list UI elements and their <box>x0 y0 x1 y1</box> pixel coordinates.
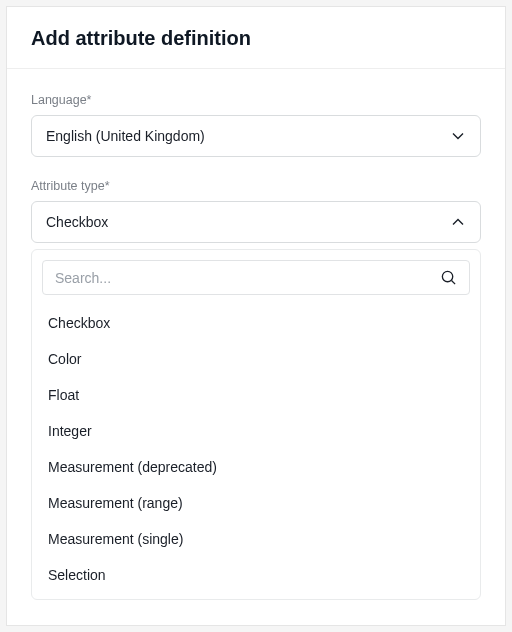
svg-line-1 <box>452 281 456 285</box>
attribute-type-dropdown: Checkbox Color Float Integer Measurement… <box>31 249 481 600</box>
search-wrap <box>42 260 470 295</box>
attribute-type-label: Attribute type* <box>31 179 481 193</box>
option-checkbox[interactable]: Checkbox <box>42 305 470 341</box>
option-selection[interactable]: Selection <box>42 557 470 593</box>
option-float[interactable]: Float <box>42 377 470 413</box>
language-select[interactable]: English (United Kingdom) <box>31 115 481 157</box>
search-icon <box>440 269 457 286</box>
chevron-down-icon <box>450 128 466 144</box>
attribute-type-select[interactable]: Checkbox <box>31 201 481 243</box>
option-color[interactable]: Color <box>42 341 470 377</box>
panel-header: Add attribute definition <box>7 7 505 69</box>
language-label: Language* <box>31 93 481 107</box>
attribute-type-value: Checkbox <box>46 214 108 230</box>
search-input[interactable] <box>55 270 440 286</box>
chevron-up-icon <box>450 214 466 230</box>
attribute-type-field: Attribute type* Checkbox Checkbox Color … <box>31 179 481 600</box>
option-measurement-single[interactable]: Measurement (single) <box>42 521 470 557</box>
option-measurement-deprecated[interactable]: Measurement (deprecated) <box>42 449 470 485</box>
language-value: English (United Kingdom) <box>46 128 205 144</box>
language-field: Language* English (United Kingdom) <box>31 93 481 157</box>
add-attribute-panel: Add attribute definition Language* Engli… <box>6 6 506 626</box>
svg-point-0 <box>442 271 452 281</box>
option-integer[interactable]: Integer <box>42 413 470 449</box>
panel-body: Language* English (United Kingdom) Attri… <box>7 69 505 600</box>
panel-title: Add attribute definition <box>31 27 481 50</box>
option-measurement-range[interactable]: Measurement (range) <box>42 485 470 521</box>
